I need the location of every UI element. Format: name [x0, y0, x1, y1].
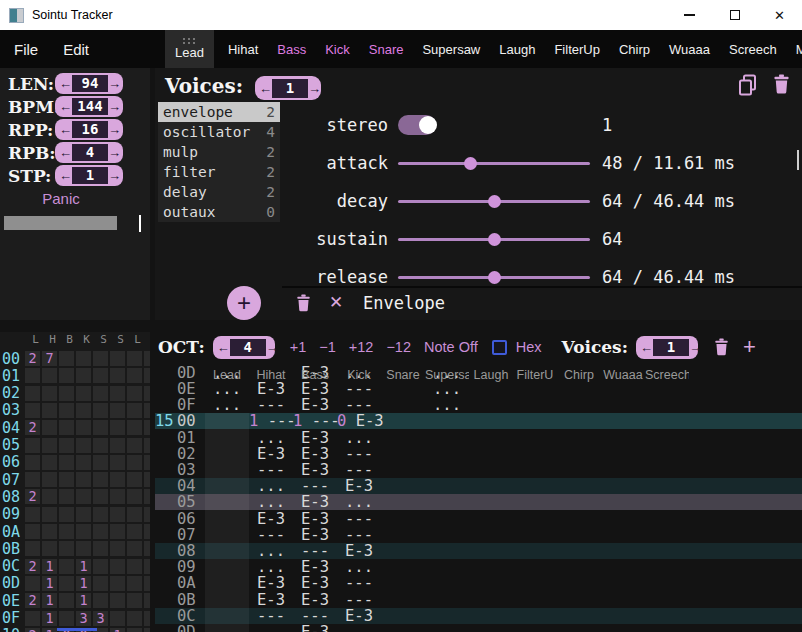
pattern-cell[interactable] [645, 381, 689, 397]
order-cell[interactable] [93, 438, 108, 453]
pattern-cell[interactable] [513, 430, 557, 446]
order-cell[interactable] [144, 576, 150, 591]
unit-row-delay[interactable]: delay2 [158, 182, 280, 202]
toolbar-button-−12[interactable]: −12 [386, 339, 411, 355]
order-cell[interactable] [127, 351, 142, 366]
pattern-cell[interactable] [601, 478, 645, 494]
stepper-right-arrow-icon[interactable]: → [108, 146, 121, 159]
order-cell[interactable]: 1 [76, 593, 91, 608]
copy-instrument-button[interactable] [738, 74, 758, 96]
order-cell[interactable] [127, 541, 142, 556]
order-cell[interactable]: 1 [76, 559, 91, 574]
order-cell[interactable] [93, 507, 108, 522]
order-cell[interactable] [144, 628, 150, 632]
pattern-cell[interactable] [469, 413, 513, 429]
order-cell[interactable]: 3 [93, 611, 108, 626]
order-cell[interactable] [93, 524, 108, 539]
pattern-cell[interactable] [557, 397, 601, 413]
pattern-cell[interactable] [601, 430, 645, 446]
pattern-cell[interactable] [425, 527, 469, 543]
pattern-cell[interactable] [469, 575, 513, 591]
order-cell[interactable]: 1 [42, 559, 57, 574]
order-cell[interactable] [76, 368, 91, 383]
pattern-cell[interactable]: 1 --- [249, 413, 293, 429]
pattern-cell[interactable] [513, 624, 557, 632]
pattern-cell[interactable] [381, 527, 425, 543]
order-cell[interactable]: 3 [76, 611, 91, 626]
order-cell[interactable] [144, 559, 150, 574]
order-cell[interactable] [127, 368, 142, 383]
order-cell[interactable] [110, 472, 125, 487]
pattern-cell[interactable] [601, 494, 645, 510]
stepper-right-arrow-icon[interactable]: → [308, 82, 321, 95]
pattern-cell[interactable] [205, 413, 249, 429]
order-cell[interactable] [110, 559, 125, 574]
tab-screech[interactable]: Screech [724, 30, 782, 68]
pattern-cell[interactable] [601, 575, 645, 591]
order-cell[interactable] [76, 351, 91, 366]
pattern-cell[interactable]: ... [205, 397, 249, 413]
order-cell[interactable] [59, 507, 74, 522]
stepper-left-arrow-icon[interactable]: ← [59, 146, 72, 159]
track-header-filteru[interactable]: FilterU [513, 368, 557, 382]
pattern-cell[interactable] [513, 511, 557, 527]
order-cell[interactable] [76, 455, 91, 470]
order-cell[interactable] [59, 403, 74, 418]
stepper-right-arrow-icon[interactable]: → [689, 341, 702, 354]
order-cell[interactable] [144, 507, 150, 522]
order-cell[interactable] [144, 368, 150, 383]
toolbar-button-note-off[interactable]: Note Off [424, 339, 478, 355]
order-cell[interactable] [76, 489, 91, 504]
pattern-cell[interactable] [469, 478, 513, 494]
pattern-cell[interactable] [645, 413, 689, 429]
order-cell[interactable]: 1 [42, 628, 57, 632]
pattern-cell[interactable]: ... [249, 543, 293, 559]
pattern-cell[interactable] [645, 559, 689, 575]
pattern-cell[interactable] [513, 608, 557, 624]
pattern-cell[interactable] [645, 575, 689, 591]
sustain-slider-thumb[interactable] [488, 233, 501, 246]
pattern-cell[interactable]: ... [337, 494, 381, 510]
order-cell[interactable] [42, 368, 57, 383]
order-cell[interactable]: 2 [25, 420, 40, 435]
stepper-left-arrow-icon[interactable]: ← [59, 100, 72, 113]
menu-edit[interactable]: Edit [63, 41, 89, 58]
pattern-cell[interactable] [601, 543, 645, 559]
pattern-cell[interactable] [645, 592, 689, 608]
pattern-cell[interactable]: E-3 [293, 575, 337, 591]
stereo-toggle[interactable] [398, 115, 436, 135]
pattern-cell[interactable] [425, 543, 469, 559]
pattern-cell[interactable] [469, 543, 513, 559]
stepper-right-arrow-icon[interactable]: → [108, 100, 121, 113]
pattern-cell[interactable]: E-3 [337, 543, 381, 559]
order-cell[interactable] [25, 438, 40, 453]
pattern-cell[interactable] [513, 494, 557, 510]
order-cell[interactable] [110, 403, 125, 418]
pattern-cell[interactable]: --- [249, 527, 293, 543]
pattern-cell[interactable] [425, 478, 469, 494]
track-header-supersa[interactable]: Supersa [425, 368, 469, 382]
order-cell[interactable] [93, 576, 108, 591]
pattern-cell[interactable] [601, 413, 645, 429]
tab-kick[interactable]: Kick [320, 30, 355, 68]
track-header-snare[interactable]: Snare [381, 368, 425, 382]
order-cell[interactable] [25, 507, 40, 522]
maximize-button[interactable] [712, 0, 757, 30]
order-cell[interactable] [127, 386, 142, 401]
pattern-cell[interactable] [513, 478, 557, 494]
order-cell[interactable] [127, 507, 142, 522]
order-cell[interactable] [144, 351, 150, 366]
order-cell[interactable] [144, 489, 150, 504]
pattern-cell[interactable]: E-3 [293, 559, 337, 575]
pattern-cell[interactable]: E-3 [293, 624, 337, 632]
order-cell[interactable] [127, 593, 142, 608]
order-cell[interactable] [59, 386, 74, 401]
pattern-cell[interactable] [557, 527, 601, 543]
tab-filterup[interactable]: FilterUp [549, 30, 605, 68]
order-cell[interactable] [59, 438, 74, 453]
pattern-cell[interactable] [601, 608, 645, 624]
pattern-cell[interactable] [557, 575, 601, 591]
unit-row-envelope[interactable]: envelope2 [158, 102, 280, 122]
pattern-cell[interactable] [557, 446, 601, 462]
order-cell[interactable] [59, 351, 74, 366]
